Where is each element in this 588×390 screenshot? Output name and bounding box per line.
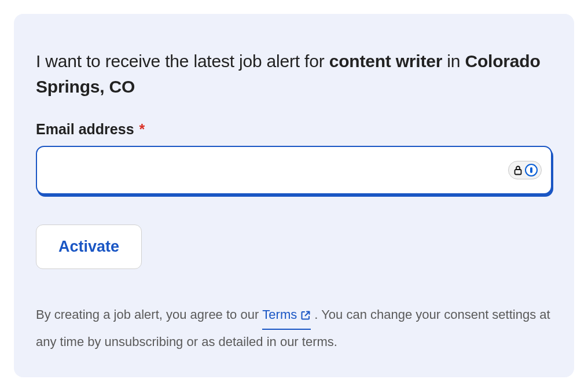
required-asterisk: *	[139, 121, 145, 137]
terms-link[interactable]: Terms	[262, 303, 311, 330]
password-manager-badge[interactable]	[508, 161, 542, 179]
heading-query: content writer	[329, 51, 443, 71]
terms-link-label: Terms	[262, 303, 297, 327]
email-label: Email address	[36, 121, 134, 137]
heading-middle: in	[442, 51, 465, 71]
activate-button[interactable]: Activate	[36, 225, 142, 269]
email-field[interactable]	[36, 146, 552, 194]
job-alert-card: I want to receive the latest job alert f…	[14, 14, 574, 377]
lock-icon	[513, 165, 523, 175]
disclaimer-before: By creating a job alert, you agree to ou…	[36, 307, 262, 322]
password-manager-icon	[525, 164, 538, 176]
svg-rect-0	[515, 170, 521, 175]
email-input-wrap	[36, 146, 552, 194]
email-label-row: Email address *	[36, 121, 552, 138]
heading-prefix: I want to receive the latest job alert f…	[36, 51, 329, 71]
alert-heading: I want to receive the latest job alert f…	[36, 49, 552, 99]
disclaimer-text: By creating a job alert, you agree to ou…	[36, 303, 552, 354]
external-link-icon	[300, 303, 311, 327]
